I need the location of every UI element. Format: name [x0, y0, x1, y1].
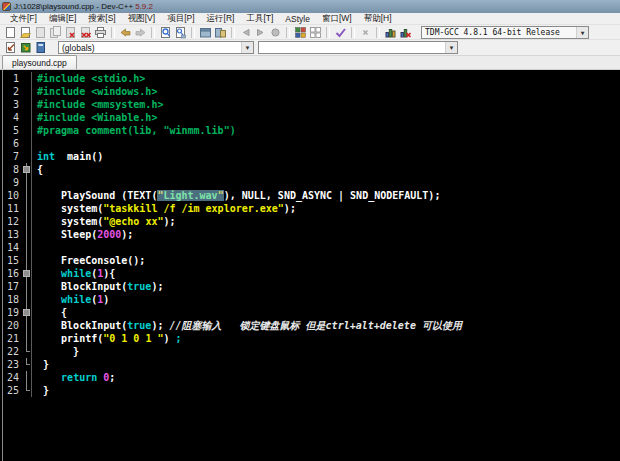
line-number[interactable]: 12 [2, 215, 22, 228]
code-line[interactable]: 4#include <Winable.h> [2, 111, 620, 124]
code-line[interactable]: 16 while(1){ [2, 267, 620, 280]
line-number[interactable]: 20 [2, 319, 22, 332]
code-text: #include <windows.h> [31, 85, 157, 98]
line-number[interactable]: 3 [2, 98, 22, 111]
code-line[interactable]: 8{ [2, 163, 620, 176]
code-text: Sleep(2000); [31, 228, 133, 241]
code-line[interactable]: 24 return 0; [2, 371, 620, 384]
line-number[interactable]: 24 [2, 371, 22, 384]
code-line[interactable]: 1#include <stdio.h> [2, 72, 620, 85]
back-icon[interactable] [238, 26, 253, 39]
code-line[interactable]: 13 Sleep(2000); [2, 228, 620, 241]
compiler-dropdown[interactable]: TDM-GCC 4.8.1 64-bit Release ▼ [421, 26, 589, 39]
code-line[interactable]: 7int main() [2, 150, 620, 163]
replace-icon[interactable] [173, 26, 188, 39]
line-number[interactable]: 7 [2, 150, 22, 163]
new-file-icon[interactable] [3, 26, 18, 39]
save-all-icon[interactable] [48, 26, 63, 39]
line-number[interactable]: 11 [2, 202, 22, 215]
line-number[interactable]: 14 [2, 241, 22, 254]
project-options-icon[interactable] [308, 26, 323, 39]
line-number[interactable]: 17 [2, 280, 22, 293]
line-number[interactable]: 19 [2, 306, 22, 319]
close-all-icon[interactable] [78, 26, 93, 39]
line-number[interactable]: 5 [2, 124, 22, 137]
forward-icon[interactable] [253, 26, 268, 39]
close-file-icon[interactable] [63, 26, 78, 39]
code-line[interactable]: 17 BlockInput(true); [2, 280, 620, 293]
code-line[interactable]: 6 [2, 137, 620, 150]
code-line[interactable]: 12 system("@echo xx"); [2, 215, 620, 228]
code-line[interactable]: 5#pragma comment(lib, "winmm.lib") [2, 124, 620, 137]
swap-header-source-icon[interactable] [213, 26, 228, 39]
code-line[interactable]: 25 } [2, 384, 620, 397]
line-number[interactable]: 6 [2, 137, 22, 150]
menu-window[interactable]: 窗口[W] [316, 13, 358, 25]
tab-playsound-cpp[interactable]: playsound.cpp [2, 55, 77, 69]
project-new-unit-icon[interactable] [293, 26, 308, 39]
open-file-icon[interactable] [18, 26, 33, 39]
titlebar[interactable]: J:\1028\playsound.cpp - Dev-C++ 5.9.2 [0, 0, 620, 13]
line-number[interactable]: 18 [2, 293, 22, 306]
syntax-check-icon[interactable] [333, 26, 348, 39]
code-line[interactable]: 20 BlockInput(true); //阻塞输入 锁定键盘鼠标 但是ctr… [2, 319, 620, 332]
save-icon[interactable] [33, 26, 48, 39]
menu-search[interactable]: 搜索[S] [82, 13, 121, 25]
line-number[interactable]: 16 [2, 267, 22, 280]
member-browser-dropdown[interactable]: ▼ [258, 41, 458, 54]
code-line[interactable]: 18 while(1) [2, 293, 620, 306]
toolbar-separator [111, 27, 115, 38]
goto-line-icon[interactable] [198, 26, 213, 39]
menu-edit[interactable]: 编辑[E] [43, 13, 82, 25]
menu-project[interactable]: 项目[P] [161, 13, 200, 25]
code-line[interactable]: 23 } [2, 358, 620, 371]
line-number[interactable]: 22 [2, 345, 22, 358]
line-number[interactable]: 9 [2, 176, 22, 189]
code-line[interactable]: 21 printf("0 1 0 1 ") ; [2, 332, 620, 345]
line-number[interactable]: 21 [2, 332, 22, 345]
menu-execute[interactable]: 运行[R] [201, 13, 241, 25]
line-number[interactable]: 8 [2, 163, 22, 176]
code-line[interactable]: 15 FreeConsole(); [2, 254, 620, 267]
line-number[interactable]: 23 [2, 358, 22, 371]
line-number[interactable]: 1 [2, 72, 22, 85]
class-browser-dropdown[interactable]: (globals) ▼ [58, 41, 254, 54]
code-line[interactable]: 14 [2, 241, 620, 254]
code-line[interactable]: 2#include <windows.h> [2, 85, 620, 98]
code-line[interactable]: 11 system("taskkill /f /im explorer.exe"… [2, 202, 620, 215]
menu-astyle[interactable]: AStyle [279, 14, 316, 24]
line-number[interactable]: 25 [2, 384, 22, 397]
run-icon[interactable] [18, 41, 33, 54]
abort-compile-icon[interactable] [268, 26, 283, 39]
code-line[interactable]: 22 } [2, 345, 620, 358]
menu-file[interactable]: 文件[F] [4, 13, 43, 25]
code-line[interactable]: 3#include <mmsystem.h> [2, 98, 620, 111]
code-editor[interactable]: 1#include <stdio.h>2#include <windows.h>… [0, 70, 620, 461]
compile-icon[interactable] [3, 41, 18, 54]
code-line[interactable]: 10 PlaySound (TEXT("Light.wav"), NULL, S… [2, 189, 620, 202]
profile-icon[interactable] [383, 26, 398, 39]
menu-tools[interactable]: 工具[T] [240, 13, 279, 25]
fold-toggle-icon[interactable] [23, 166, 30, 173]
fold-margin [22, 215, 31, 228]
find-icon[interactable] [158, 26, 173, 39]
fold-toggle-icon[interactable] [23, 270, 30, 277]
print-icon[interactable] [93, 26, 108, 39]
fold-toggle-icon[interactable] [23, 309, 30, 316]
line-number[interactable]: 2 [2, 85, 22, 98]
fold-margin [22, 85, 31, 98]
compile-and-run-icon[interactable] [33, 41, 48, 54]
line-number[interactable]: 10 [2, 189, 22, 202]
code-line[interactable]: 9 [2, 176, 620, 189]
menu-help[interactable]: 帮助[H] [358, 13, 398, 25]
undo-icon[interactable] [118, 26, 133, 39]
line-number[interactable]: 15 [2, 254, 22, 267]
menu-view[interactable]: 视图[V] [122, 13, 161, 25]
line-number[interactable]: 4 [2, 111, 22, 124]
fold-margin [22, 137, 31, 150]
delete-profiling-icon[interactable] [398, 26, 413, 39]
line-number[interactable]: 13 [2, 228, 22, 241]
code-line[interactable]: 19 { [2, 306, 620, 319]
stop-execution-icon[interactable] [358, 26, 373, 39]
redo-icon[interactable] [133, 26, 148, 39]
